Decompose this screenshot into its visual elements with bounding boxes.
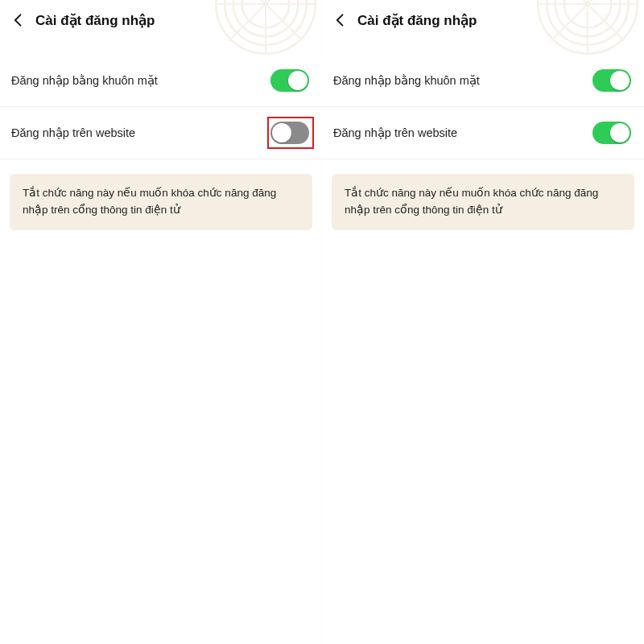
toggle-face-login[interactable]	[592, 69, 631, 92]
left-panel: Cài đặt đăng nhập Đăng nhập bằng khuôn m…	[0, 0, 322, 644]
page-title: Cài đặt đăng nhập	[357, 12, 477, 29]
page-title: Cài đặt đăng nhập	[35, 12, 155, 29]
info-text: Tắt chức năng này nếu muốn khóa chức năn…	[345, 187, 598, 216]
setting-row-website-login: Đăng nhập trên website	[322, 107, 644, 159]
setting-row-website-login: Đăng nhập trên website	[0, 107, 322, 159]
setting-row-face-login: Đăng nhập bằng khuôn mặt	[322, 55, 644, 107]
info-text: Tắt chức năng này nếu muốn khóa chức năn…	[23, 187, 276, 216]
toggle-website-login[interactable]	[270, 122, 309, 144]
toggle-website-login[interactable]	[592, 122, 631, 144]
setting-row-face-login: Đăng nhập bằng khuôn mặt	[0, 55, 322, 107]
setting-label: Đăng nhập trên website	[11, 126, 135, 139]
header: Cài đặt đăng nhập	[0, 0, 322, 37]
toggle-face-login[interactable]	[270, 69, 309, 92]
setting-label: Đăng nhập bằng khuôn mặt	[333, 74, 480, 87]
info-banner: Tắt chức năng này nếu muốn khóa chức năn…	[332, 174, 634, 230]
setting-label: Đăng nhập bằng khuôn mặt	[11, 74, 158, 87]
back-arrow-icon[interactable]	[10, 11, 27, 29]
back-arrow-icon[interactable]	[332, 11, 349, 29]
header: Cài đặt đăng nhập	[322, 0, 644, 37]
info-banner: Tắt chức năng này nếu muốn khóa chức năn…	[10, 174, 312, 230]
setting-label: Đăng nhập trên website	[333, 126, 457, 139]
right-panel: Cài đặt đăng nhập Đăng nhập bằng khuôn m…	[322, 0, 644, 644]
